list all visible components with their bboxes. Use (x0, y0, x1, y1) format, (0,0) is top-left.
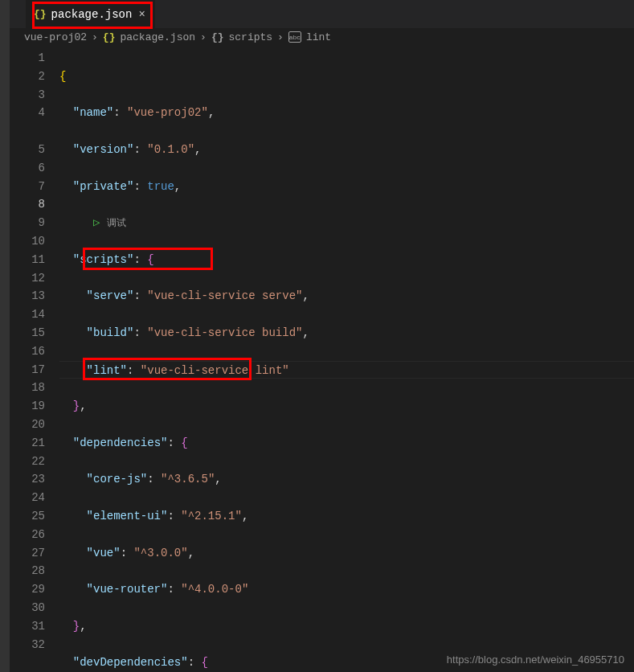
line-number-gutter: 1234567891011121314151617181920212223242… (10, 46, 59, 672)
tab-package-json[interactable]: {} package.json × (26, 0, 155, 28)
code-text: ^3.0.0 (141, 547, 181, 559)
string-icon: abc (288, 31, 301, 43)
code-text: vue-cli-service serve (154, 289, 296, 302)
chevron-right-icon: › (277, 31, 284, 43)
code-text: ^4.0.0-0 (188, 583, 242, 596)
editor-body: 1234567891011121314151617181920212223242… (10, 46, 634, 672)
code-area[interactable]: { "name": "vue-proj02", "version": "0.1.… (59, 46, 634, 672)
code-text: ^3.6.5 (167, 473, 207, 486)
editor-container: {} package.json × vue-proj02 › {} packag… (0, 0, 634, 672)
close-icon[interactable]: × (137, 8, 146, 21)
play-icon[interactable]: ▷ (93, 216, 100, 229)
breadcrumb-file[interactable]: package.json (120, 31, 195, 43)
tabs-bar: {} package.json × (10, 0, 634, 28)
code-text: vue-cli-service build (154, 326, 296, 339)
breadcrumb-folder[interactable]: vue-proj02 (24, 31, 87, 43)
code-text: 0.1.0 (154, 143, 188, 156)
chevron-right-icon: › (92, 31, 98, 43)
json-file-icon: {} (34, 8, 47, 20)
code-text: vue-proj02 (133, 106, 201, 119)
main-area: {} package.json × vue-proj02 › {} packag… (10, 0, 634, 672)
breadcrumbs[interactable]: vue-proj02 › {} package.json › {} script… (10, 28, 634, 46)
tab-filename: package.json (51, 8, 133, 21)
watermark: https://blog.csdn.net/weixin_46955710 (447, 654, 624, 666)
debug-codelens[interactable]: 调试 (107, 218, 126, 229)
breadcrumb-lint[interactable]: lint (306, 31, 331, 43)
json-file-icon: {} (103, 31, 116, 43)
braces-icon: {} (211, 31, 224, 43)
code-text: vue-cli-service lint (147, 364, 282, 377)
code-text: true (147, 180, 174, 193)
activity-bar (0, 0, 10, 672)
breadcrumb-scripts[interactable]: scripts (228, 31, 272, 43)
code-text: ^2.15.1 (188, 510, 235, 522)
chevron-right-icon: › (200, 31, 207, 43)
